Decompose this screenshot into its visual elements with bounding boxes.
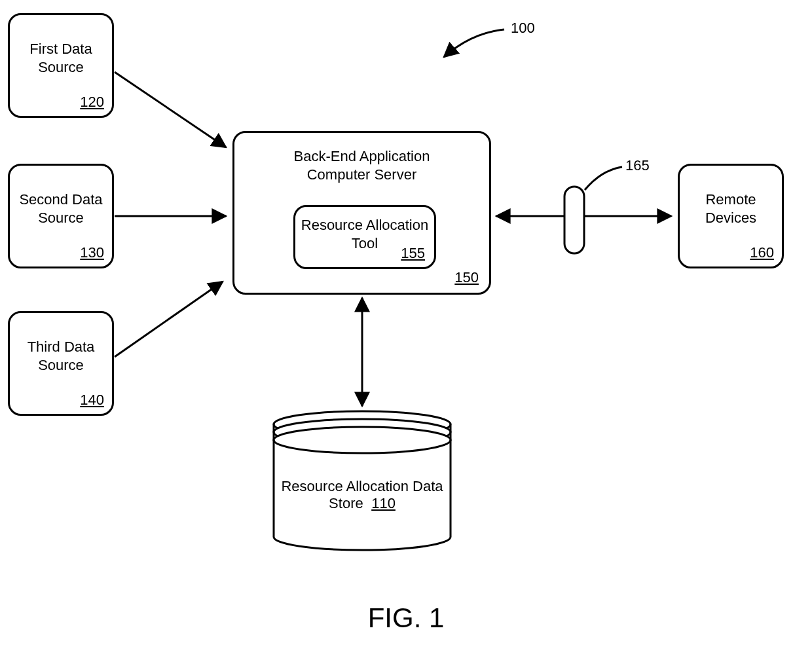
first-data-source-ref: 120 bbox=[80, 94, 104, 111]
connectors-layer bbox=[0, 0, 812, 662]
tool-ref: 155 bbox=[401, 245, 425, 262]
box-server: Back-End Application Computer Server 150… bbox=[232, 131, 491, 295]
box-remote-devices: Remote Devices 160 bbox=[678, 164, 784, 268]
datastore-label: Resource Allocation Data Store bbox=[281, 478, 443, 511]
remote-devices-ref: 160 bbox=[750, 244, 774, 261]
first-data-source-label: First Data Source bbox=[10, 40, 112, 76]
second-data-source-label: Second Data Source bbox=[10, 191, 112, 227]
firewall-ref-label: 165 bbox=[625, 157, 650, 174]
diagram-canvas: 100 165 First Data Source 120 Second Dat… bbox=[0, 0, 812, 662]
box-first-data-source: First Data Source 120 bbox=[8, 13, 114, 118]
figure-ref-label: 100 bbox=[511, 20, 535, 37]
svg-line-2 bbox=[115, 282, 223, 357]
third-data-source-ref: 140 bbox=[80, 392, 104, 409]
third-data-source-label: Third Data Source bbox=[10, 338, 112, 374]
figure-caption: FIG. 1 bbox=[0, 602, 812, 634]
svg-line-0 bbox=[115, 72, 226, 147]
box-third-data-source: Third Data Source 140 bbox=[8, 311, 114, 416]
remote-devices-label: Remote Devices bbox=[680, 191, 782, 227]
datastore-ref: 110 bbox=[371, 495, 396, 511]
svg-rect-4 bbox=[564, 187, 584, 253]
box-second-data-source: Second Data Source 130 bbox=[8, 164, 114, 268]
server-label: Back-End Application Computer Server bbox=[234, 147, 489, 183]
server-ref: 150 bbox=[454, 269, 479, 286]
box-tool: Resource Allocation Tool 155 bbox=[293, 205, 436, 269]
datastore-label-wrap: Resource Allocation Data Store 110 bbox=[274, 478, 451, 512]
second-data-source-ref: 130 bbox=[80, 244, 104, 261]
